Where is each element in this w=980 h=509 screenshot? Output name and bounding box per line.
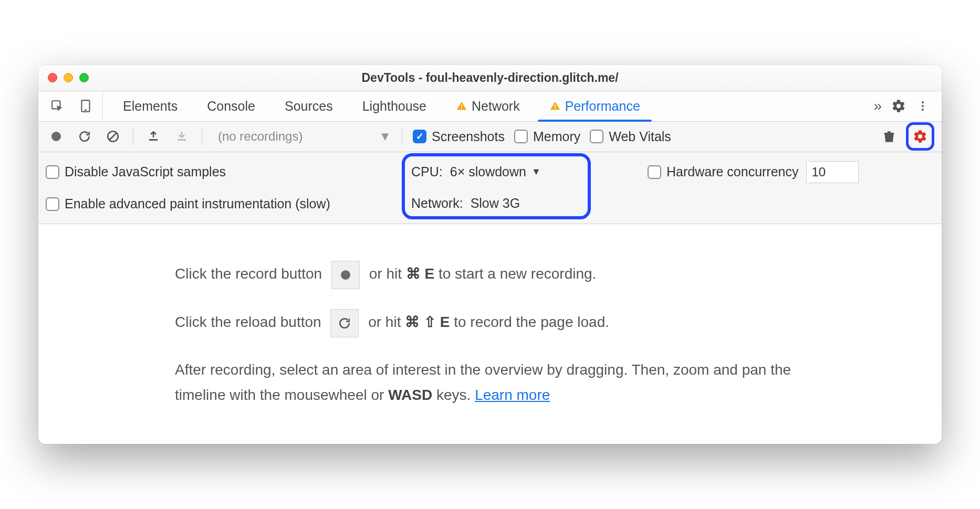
memory-checkbox[interactable]: Memory bbox=[514, 129, 580, 144]
devtools-tabs: Elements Console Sources Lighthouse Netw… bbox=[103, 91, 868, 121]
chevron-down-icon: ▼ bbox=[379, 129, 391, 144]
cpu-throttle-select[interactable]: 6× slowdown ▼ bbox=[450, 164, 541, 179]
learn-more-link[interactable]: Learn more bbox=[475, 387, 550, 403]
reload-record-button[interactable] bbox=[75, 127, 94, 146]
disable-js-samples-checkbox[interactable]: Disable JavaScript samples bbox=[46, 164, 226, 179]
web-vitals-checkbox[interactable]: Web Vitals bbox=[590, 129, 671, 144]
traffic-lights bbox=[48, 73, 89, 82]
settings-gear-icon[interactable] bbox=[889, 97, 908, 115]
checkbox-icon: ✓ bbox=[413, 130, 426, 143]
capture-settings-highlight bbox=[906, 122, 934, 151]
chevron-down-icon: ▼ bbox=[531, 166, 541, 177]
svg-line-12 bbox=[110, 133, 117, 140]
svg-point-8 bbox=[922, 105, 924, 107]
devtools-tabs-row: Elements Console Sources Lighthouse Netw… bbox=[38, 91, 942, 122]
tab-elements[interactable]: Elements bbox=[108, 91, 192, 121]
capture-settings-panel: Disable JavaScript samples CPU: 6× slowd… bbox=[38, 152, 942, 224]
devtools-window: DevTools - foul-heavenly-direction.glitc… bbox=[38, 65, 942, 444]
hardware-concurrency-checkbox[interactable]: Hardware concurrency bbox=[648, 164, 799, 179]
performance-empty-state: Click the record button or hit ⌘ E to st… bbox=[38, 224, 942, 444]
svg-rect-3 bbox=[461, 105, 462, 108]
record-button-inline[interactable] bbox=[331, 261, 360, 289]
minimize-window-button[interactable] bbox=[64, 73, 73, 82]
clear-button[interactable] bbox=[103, 127, 122, 146]
window-title: DevTools - foul-heavenly-direction.glitc… bbox=[38, 71, 942, 85]
svg-rect-16 bbox=[884, 133, 894, 134]
record-hint: Click the record button or hit ⌘ E to st… bbox=[175, 261, 805, 289]
checkbox-icon bbox=[648, 165, 661, 179]
performance-toolbar: (no recordings) ▼ ✓ Screenshots Memory W… bbox=[38, 122, 942, 152]
garbage-collect-icon[interactable] bbox=[880, 127, 899, 146]
svg-point-9 bbox=[922, 109, 924, 111]
svg-rect-4 bbox=[461, 108, 462, 109]
reload-button-inline[interactable] bbox=[330, 309, 359, 337]
hardware-concurrency-input[interactable] bbox=[806, 161, 859, 183]
inspect-element-icon[interactable] bbox=[48, 97, 67, 115]
tab-lighthouse[interactable]: Lighthouse bbox=[348, 91, 441, 121]
tab-console[interactable]: Console bbox=[192, 91, 270, 121]
svg-rect-5 bbox=[555, 105, 556, 108]
tab-performance[interactable]: Performance bbox=[535, 91, 655, 121]
load-profile-icon[interactable] bbox=[144, 127, 163, 146]
record-button[interactable] bbox=[47, 127, 66, 146]
zoom-hint: After recording, select an area of inter… bbox=[175, 357, 805, 407]
svg-point-7 bbox=[922, 101, 924, 103]
kebab-menu-icon[interactable] bbox=[913, 97, 932, 115]
recordings-dropdown-label: (no recordings) bbox=[218, 129, 303, 144]
svg-rect-6 bbox=[555, 108, 556, 109]
tab-network[interactable]: Network bbox=[441, 91, 535, 121]
enable-paint-instrumentation-checkbox[interactable]: Enable advanced paint instrumentation (s… bbox=[46, 195, 330, 213]
svg-rect-13 bbox=[149, 139, 158, 141]
svg-point-10 bbox=[51, 132, 61, 141]
checkbox-icon bbox=[514, 130, 528, 143]
svg-rect-14 bbox=[178, 139, 186, 141]
checkbox-icon bbox=[46, 197, 59, 211]
titlebar: DevTools - foul-heavenly-direction.glitc… bbox=[38, 65, 942, 91]
warning-icon bbox=[456, 100, 467, 112]
network-throttle-label: Network: bbox=[411, 196, 463, 211]
save-profile-icon[interactable] bbox=[172, 127, 191, 146]
network-throttle-select[interactable]: Slow 3G bbox=[471, 196, 520, 211]
screenshots-checkbox[interactable]: ✓ Screenshots bbox=[413, 129, 505, 144]
cpu-throttle-label: CPU: bbox=[411, 164, 443, 179]
close-window-button[interactable] bbox=[48, 73, 57, 82]
tab-sources[interactable]: Sources bbox=[270, 91, 348, 121]
svg-point-17 bbox=[341, 270, 350, 280]
warning-icon bbox=[549, 100, 561, 112]
device-toolbar-icon[interactable] bbox=[76, 97, 95, 115]
zoom-window-button[interactable] bbox=[79, 73, 89, 82]
reload-hint: Click the reload button or hit ⌘ ⇧ E to … bbox=[175, 309, 805, 337]
recordings-dropdown[interactable]: (no recordings) ▼ bbox=[213, 129, 391, 144]
capture-settings-gear-icon[interactable] bbox=[911, 127, 930, 146]
more-tabs-button[interactable]: » bbox=[868, 91, 887, 121]
checkbox-icon bbox=[590, 130, 603, 143]
checkbox-icon bbox=[46, 165, 59, 179]
